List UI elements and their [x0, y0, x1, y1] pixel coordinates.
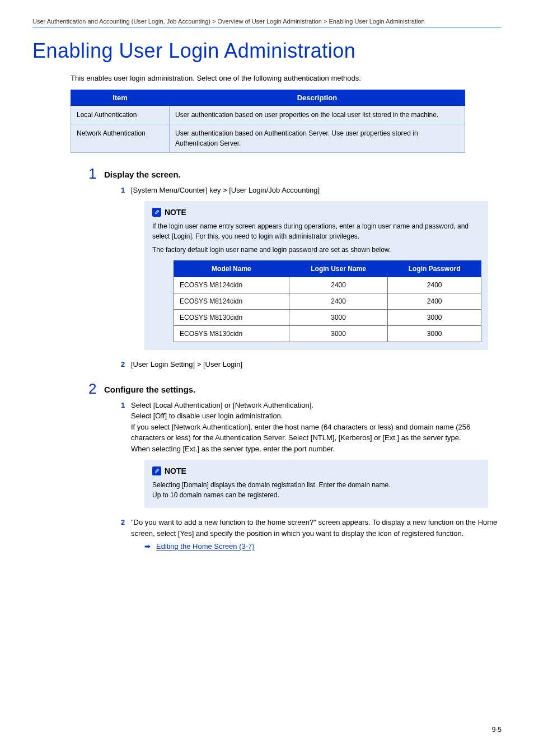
divider-top [32, 27, 502, 28]
note-text: The factory default login user name and … [152, 245, 480, 255]
table-header-item: Item [71, 90, 170, 105]
note-icon [152, 466, 161, 475]
cross-reference-link[interactable]: Editing the Home Screen (3-7) [156, 542, 255, 550]
table-row: ECOSYS M8130cidn 3000 3000 [174, 326, 481, 342]
table-row: ECOSYS M8124cidn 2400 2400 [174, 277, 481, 293]
cell-item: Network Authentication [71, 124, 170, 152]
login-credentials-table: Model Name Login User Name Login Passwor… [174, 260, 481, 342]
table-row: Network Authentication User authenticati… [71, 124, 465, 152]
step1-sub1: 1 [System Menu/Counter] key > [User Logi… [131, 185, 502, 196]
table-row: ECOSYS M8130cidn 3000 3000 [174, 310, 481, 326]
th-pass: Login Password [388, 261, 481, 277]
cell-user: 2400 [289, 293, 387, 310]
cell-model: ECOSYS M8130cidn [174, 326, 289, 342]
cross-reference-link-row: ➡ Editing the Home Screen (3-7) [144, 542, 502, 550]
breadcrumb: User Authentication and Accounting (User… [32, 18, 502, 25]
page-title: Enabling User Login Administration [32, 39, 502, 63]
table-row: Local Authentication User authentication… [71, 105, 465, 124]
th-user: Login User Name [289, 261, 387, 277]
substep-number: 2 [121, 359, 125, 370]
note-text: Selecting [Domain] displays the domain r… [152, 480, 480, 500]
substep-text-line: If you select [Network Authentication], … [131, 422, 502, 444]
cell-model: ECOSYS M8124cidn [174, 293, 289, 310]
note-icon [152, 208, 161, 217]
note-text: If the login user name entry screen appe… [152, 221, 480, 241]
table-header-desc: Description [170, 90, 465, 105]
page-number: 9-5 [492, 726, 502, 734]
cell-user: 3000 [289, 310, 387, 326]
substep-text-line: Select [Off] to disable user login admin… [131, 410, 502, 422]
step2-sub2: 2 "Do you want to add a new function to … [131, 517, 502, 539]
step-title: Configure the settings. [104, 385, 502, 394]
cell-model: ECOSYS M8124cidn [174, 277, 289, 293]
step2-sub1: 1 Select [Local Authentication] or [Netw… [131, 400, 502, 455]
substep-text: [System Menu/Counter] key > [User Login/… [131, 186, 320, 194]
cell-user: 3000 [289, 326, 387, 342]
substep-number: 1 [121, 185, 125, 196]
th-model: Model Name [174, 261, 289, 277]
cell-user: 2400 [289, 277, 387, 293]
step-number-icon: 1 [88, 165, 96, 183]
cell-model: ECOSYS M8130cidn [174, 310, 289, 326]
arrow-right-icon: ➡ [144, 542, 151, 550]
step-2: 2 Configure the settings. [104, 385, 502, 394]
note-label: NOTE [165, 466, 186, 475]
step1-sub2: 2 [User Login Setting] > [User Login] [131, 359, 502, 370]
intro-text: This enables user login administration. … [71, 73, 502, 84]
cell-pass: 3000 [388, 310, 481, 326]
step-number-icon: 2 [88, 380, 96, 398]
substep-text: "Do you want to add a new function to th… [131, 518, 497, 538]
substep-text: [User Login Setting] > [User Login] [131, 360, 242, 368]
note-box-2: NOTE Selecting [Domain] displays the dom… [144, 460, 488, 508]
cell-desc: User authentication based on Authenticat… [170, 124, 465, 152]
cell-pass: 2400 [388, 277, 481, 293]
substep-number: 1 [121, 400, 125, 411]
note-box-1: NOTE If the login user name entry screen… [144, 201, 488, 350]
cell-pass: 2400 [388, 293, 481, 310]
auth-methods-table: Item Description Local Authentication Us… [71, 90, 465, 153]
step-title: Display the screen. [104, 170, 502, 179]
cell-item: Local Authentication [71, 105, 170, 124]
substep-text-line: Select [Local Authentication] or [Networ… [131, 400, 502, 411]
substep-number: 2 [121, 517, 125, 528]
cell-pass: 3000 [388, 326, 481, 342]
table-row: ECOSYS M8124cidn 2400 2400 [174, 293, 481, 310]
note-label: NOTE [165, 208, 186, 217]
step-1: 1 Display the screen. [104, 170, 502, 179]
cell-desc: User authentication based on user proper… [170, 105, 465, 124]
substep-text-line: When selecting [Ext.] as the server type… [131, 444, 502, 455]
